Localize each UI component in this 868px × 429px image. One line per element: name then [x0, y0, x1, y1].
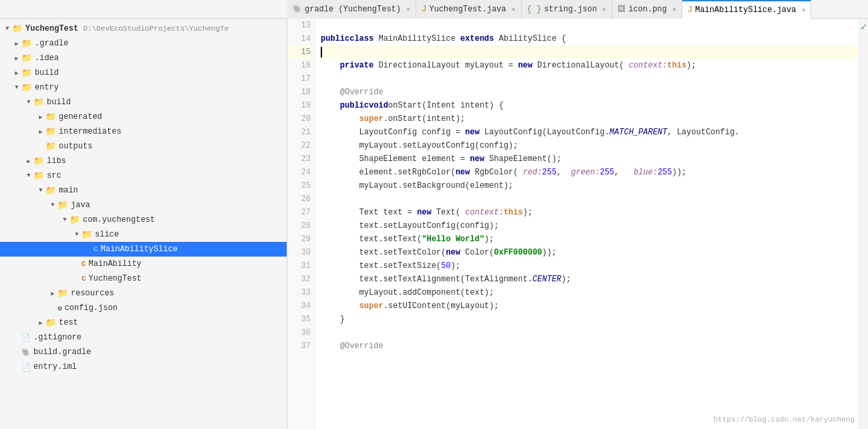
main-layout: ▼ 📁 YuchengTest D:\DevEcoStudioProjects\…	[0, 19, 868, 429]
generated-label: generated	[59, 112, 284, 122]
check-mark: ✓	[859, 19, 868, 33]
tree-item-com[interactable]: ▼ 📁 com.yuchengtest	[0, 212, 287, 227]
idea-arrow: ▶	[12, 55, 21, 62]
linenum-23: 23	[287, 152, 311, 166]
src-arrow: ▼	[24, 172, 33, 179]
tree-item-mainability[interactable]: C MainAbility	[0, 257, 287, 271]
test-label: test	[59, 318, 284, 327]
tree-item-entry-iml[interactable]: 📄 entry.iml	[0, 360, 287, 374]
tree-item-test[interactable]: ▶ 📁 test	[0, 315, 287, 330]
code-line-16: private DirectionalLayout myLayout = new…	[321, 59, 859, 72]
tree-item-slice[interactable]: ▼ 📁 slice	[0, 227, 287, 242]
tree-item-outputs[interactable]: 📁 outputs	[0, 139, 287, 154]
linenum-27: 27	[287, 206, 311, 219]
linenum-35: 35	[287, 313, 311, 326]
tab-close-png[interactable]: ✕	[672, 5, 676, 13]
root-arrow: ▼	[3, 25, 12, 32]
com-arrow: ▼	[60, 217, 69, 223]
tab-label-java1: YuchengTest.java	[429, 5, 506, 14]
tree-item-entry[interactable]: ▼ 📁 entry	[0, 80, 287, 95]
java-active-icon: J	[688, 5, 692, 15]
tab-close-slice[interactable]: ✕	[801, 6, 805, 14]
code-line-27: Text text = new Text( context: this);	[321, 206, 859, 219]
png-icon: 🖼	[617, 4, 625, 14]
root-label: YuchengTest D:\DevEcoStudioProjects\Yuch…	[25, 24, 284, 33]
linenum-26: 26	[287, 192, 311, 206]
mainabilityslice-icon: C	[94, 245, 98, 253]
outputs-label: outputs	[59, 142, 284, 151]
tab-close-java1[interactable]: ✕	[511, 5, 515, 13]
tab-close-gradle[interactable]: ✕	[406, 5, 410, 13]
code-line-15	[321, 45, 859, 59]
idea-folder-icon: 📁	[21, 53, 32, 63]
tree-root[interactable]: ▼ 📁 YuchengTest D:\DevEcoStudioProjects\…	[0, 21, 287, 36]
linenum-20: 20	[287, 112, 311, 126]
tab-png[interactable]: 🖼 icon.png ✕	[612, 0, 682, 19]
libs-label: libs	[47, 156, 284, 166]
tree-item-libs[interactable]: ▶ 📁 libs	[0, 154, 287, 168]
code-content[interactable]: public class MainAbilitySlice extends Ab…	[315, 19, 859, 429]
tree-item-intermediates[interactable]: ▶ 📁 intermediates	[0, 124, 287, 139]
code-line-32: text.setTextAlignment(TextAlignment.CENT…	[321, 273, 859, 286]
linenum-14: 14	[287, 32, 311, 45]
com-folder-icon: 📁	[69, 214, 80, 225]
tree-item-config-json[interactable]: ⚙ config.json	[0, 301, 287, 315]
tab-json[interactable]: { } string.json ✕	[522, 0, 613, 19]
tree-item-entry-build[interactable]: ▼ 📁 build	[0, 95, 287, 110]
tree-item-mainabilityslice[interactable]: C MainAbilitySlice	[0, 242, 287, 257]
gradle-label: .gradle	[35, 39, 284, 48]
linenum-28: 28	[287, 219, 311, 233]
code-editor[interactable]: 13 14 15 16 17 18 19 20 21 22 23 24 25 2…	[287, 19, 859, 429]
java1-icon: J	[422, 5, 426, 14]
watermark: https://blog.csdn.net/karyucheng	[714, 416, 855, 424]
tree-item-gitignore[interactable]: 📄 .gitignore	[0, 330, 287, 345]
tree-item-src[interactable]: ▼ 📁 src	[0, 168, 287, 183]
tree-item-main[interactable]: ▼ 📁 main	[0, 183, 287, 198]
linenum-25: 25	[287, 179, 311, 192]
java-folder-icon: 📁	[57, 200, 68, 210]
file-tree[interactable]: ▼ 📁 YuchengTest D:\DevEcoStudioProjects\…	[0, 19, 287, 429]
gitignore-icon: 📄	[21, 333, 31, 342]
main-label: main	[59, 186, 284, 195]
yuchengtest-label: YuchengTest	[89, 274, 284, 283]
entry-arrow: ▼	[12, 84, 21, 91]
code-line-17	[321, 72, 859, 86]
test-arrow: ▶	[36, 319, 45, 327]
linenum-32: 32	[287, 273, 311, 286]
tree-item-generated[interactable]: ▶ 📁 generated	[0, 110, 287, 124]
tree-item-yuchengtest[interactable]: C YuchengTest	[0, 271, 287, 286]
linenum-37: 37	[287, 339, 311, 353]
linenum-21: 21	[287, 126, 311, 139]
tree-item-java[interactable]: ▼ 📁 java	[0, 198, 287, 212]
tree-item-gradle[interactable]: ▶ 📁 .gradle	[0, 36, 287, 51]
tab-java1[interactable]: J YuchengTest.java ✕	[416, 0, 521, 19]
mainabilityslice-label: MainAbilitySlice	[101, 245, 284, 254]
slice-folder-icon: 📁	[82, 229, 92, 240]
outputs-folder-icon: 📁	[45, 141, 56, 152]
code-line-33: myLayout.addComponent(text);	[321, 286, 859, 299]
tree-item-resources[interactable]: ▶ 📁 resources	[0, 286, 287, 301]
com-label: com.yuchengtest	[83, 215, 284, 225]
tab-gradle[interactable]: 🐘 gradle (YuchengTest) ✕	[287, 0, 416, 19]
tab-slice[interactable]: J MainAbilitySlice.java ✕	[682, 0, 811, 19]
tab-close-json[interactable]: ✕	[602, 5, 606, 13]
root-path: D:\DevEcoStudioProjects\YuchengTe	[83, 25, 229, 33]
code-line-21: LayoutConfig config = new LayoutConfig(L…	[321, 126, 859, 139]
code-line-35: }	[321, 313, 859, 326]
tab-label-gradle: gradle (YuchengTest)	[305, 5, 401, 14]
code-line-13	[321, 19, 859, 32]
linenum-34: 34	[287, 299, 311, 313]
tree-item-build-gradle[interactable]: 🐘 build.gradle	[0, 345, 287, 360]
tree-item-idea[interactable]: ▶ 📁 .idea	[0, 51, 287, 65]
main-arrow: ▼	[36, 187, 45, 194]
tree-item-build[interactable]: ▶ 📁 build	[0, 65, 287, 80]
entry-iml-icon: 📄	[21, 363, 31, 372]
idea-label: .idea	[35, 53, 284, 63]
entry-build-folder-icon: 📁	[33, 97, 44, 108]
build-folder-icon: 📁	[21, 67, 32, 78]
mainability-label: MainAbility	[89, 259, 284, 269]
java-arrow: ▼	[48, 202, 57, 208]
tab-label-png: icon.png	[628, 5, 667, 14]
gradle-folder-icon: 📁	[21, 38, 32, 49]
code-line-18: @Override	[321, 86, 859, 99]
